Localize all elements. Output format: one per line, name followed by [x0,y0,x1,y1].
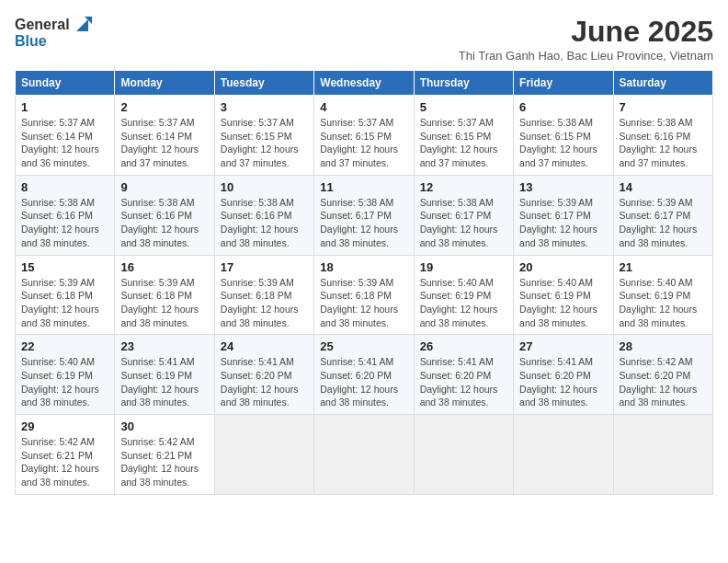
day-number: 20 [519,260,607,274]
calendar-cell: 13 Sunrise: 5:39 AMSunset: 6:17 PMDaylig… [514,175,613,255]
day-number: 15 [21,260,108,274]
calendar-cell: 24 Sunrise: 5:41 AMSunset: 6:20 PMDaylig… [214,335,313,415]
day-info: Sunrise: 5:38 AMSunset: 6:16 PMDaylight:… [221,197,299,248]
month-title: June 2025 [459,15,713,49]
day-number: 10 [221,180,308,194]
calendar-cell: 5 Sunrise: 5:37 AMSunset: 6:15 PMDayligh… [414,96,513,176]
day-info: Sunrise: 5:40 AMSunset: 6:19 PMDaylight:… [620,277,698,328]
day-info: Sunrise: 5:42 AMSunset: 6:21 PMDaylight:… [21,436,99,488]
subtitle: Thi Tran Ganh Hao, Bac Lieu Province, Vi… [459,49,713,63]
svg-marker-0 [76,19,88,31]
day-number: 28 [620,339,707,353]
logo: General Blue [15,15,92,50]
day-number: 25 [320,339,407,353]
day-number: 21 [620,260,707,274]
calendar-cell: 27 Sunrise: 5:41 AMSunset: 6:20 PMDaylig… [514,335,613,415]
day-info: Sunrise: 5:42 AMSunset: 6:20 PMDaylight:… [620,356,698,408]
day-info: Sunrise: 5:39 AMSunset: 6:17 PMDaylight:… [519,197,597,248]
day-number: 22 [21,339,108,353]
logo-blue: Blue [15,33,92,50]
col-wednesday: Wednesday [314,71,414,96]
day-info: Sunrise: 5:41 AMSunset: 6:20 PMDaylight:… [221,356,299,408]
day-info: Sunrise: 5:37 AMSunset: 6:15 PMDaylight:… [320,117,398,168]
day-info: Sunrise: 5:40 AMSunset: 6:19 PMDaylight:… [21,356,99,408]
day-info: Sunrise: 5:38 AMSunset: 6:16 PMDaylight:… [21,197,99,248]
day-info: Sunrise: 5:38 AMSunset: 6:16 PMDaylight:… [620,117,698,168]
col-sunday: Sunday [16,71,115,96]
day-info: Sunrise: 5:38 AMSunset: 6:17 PMDaylight:… [320,197,398,248]
col-saturday: Saturday [613,71,712,96]
day-number: 14 [620,180,707,194]
day-info: Sunrise: 5:37 AMSunset: 6:15 PMDaylight:… [221,117,299,168]
day-number: 26 [420,339,507,353]
day-info: Sunrise: 5:37 AMSunset: 6:14 PMDaylight:… [120,117,199,168]
calendar-cell: 19 Sunrise: 5:40 AMSunset: 6:19 PMDaylig… [414,255,513,335]
day-info: Sunrise: 5:39 AMSunset: 6:18 PMDaylight:… [120,277,199,328]
calendar-cell: 9 Sunrise: 5:38 AMSunset: 6:16 PMDayligh… [115,175,214,255]
calendar-cell: 25 Sunrise: 5:41 AMSunset: 6:20 PMDaylig… [314,335,414,415]
calendar-cell: 20 Sunrise: 5:40 AMSunset: 6:19 PMDaylig… [514,255,613,335]
day-number: 19 [420,260,507,274]
calendar-cell: 6 Sunrise: 5:38 AMSunset: 6:15 PMDayligh… [514,96,613,176]
calendar-week-row: 15 Sunrise: 5:39 AMSunset: 6:18 PMDaylig… [16,255,713,335]
day-number: 11 [320,180,407,194]
calendar-cell: 3 Sunrise: 5:37 AMSunset: 6:15 PMDayligh… [214,96,313,176]
calendar-cell: 12 Sunrise: 5:38 AMSunset: 6:17 PMDaylig… [414,175,513,255]
col-monday: Monday [115,71,214,96]
col-thursday: Thursday [414,71,513,96]
col-tuesday: Tuesday [214,71,313,96]
day-info: Sunrise: 5:39 AMSunset: 6:18 PMDaylight:… [320,277,398,328]
day-info: Sunrise: 5:38 AMSunset: 6:15 PMDaylight:… [519,117,597,168]
day-info: Sunrise: 5:41 AMSunset: 6:20 PMDaylight:… [519,356,597,408]
calendar-cell: 26 Sunrise: 5:41 AMSunset: 6:20 PMDaylig… [414,335,513,415]
day-number: 16 [120,260,208,274]
calendar-cell [414,415,513,495]
day-info: Sunrise: 5:37 AMSunset: 6:14 PMDaylight:… [21,117,99,168]
day-number: 17 [221,260,308,274]
calendar-cell: 11 Sunrise: 5:38 AMSunset: 6:17 PMDaylig… [314,175,414,255]
calendar-header-row: Sunday Monday Tuesday Wednesday Thursday… [16,71,713,96]
calendar-cell: 4 Sunrise: 5:37 AMSunset: 6:15 PMDayligh… [314,96,414,176]
calendar-cell [613,415,712,495]
calendar-cell: 14 Sunrise: 5:39 AMSunset: 6:17 PMDaylig… [613,175,712,255]
calendar-week-row: 1 Sunrise: 5:37 AMSunset: 6:14 PMDayligh… [16,96,713,176]
col-friday: Friday [514,71,613,96]
day-number: 6 [519,100,607,114]
day-info: Sunrise: 5:40 AMSunset: 6:19 PMDaylight:… [420,277,498,328]
calendar-cell: 28 Sunrise: 5:42 AMSunset: 6:20 PMDaylig… [613,335,712,415]
calendar-cell [314,415,414,495]
calendar-cell: 15 Sunrise: 5:39 AMSunset: 6:18 PMDaylig… [16,255,115,335]
day-info: Sunrise: 5:37 AMSunset: 6:15 PMDaylight:… [420,117,498,168]
day-number: 3 [221,100,308,114]
calendar-cell: 30 Sunrise: 5:42 AMSunset: 6:21 PMDaylig… [115,415,214,495]
logo-general: General [15,17,70,33]
calendar-week-row: 22 Sunrise: 5:40 AMSunset: 6:19 PMDaylig… [16,335,713,415]
day-number: 23 [120,339,208,353]
day-number: 29 [21,419,108,433]
calendar-week-row: 8 Sunrise: 5:38 AMSunset: 6:16 PMDayligh… [16,175,713,255]
calendar-cell [514,415,613,495]
day-number: 4 [320,100,407,114]
day-number: 13 [519,180,607,194]
calendar-cell: 23 Sunrise: 5:41 AMSunset: 6:19 PMDaylig… [115,335,214,415]
calendar-cell: 18 Sunrise: 5:39 AMSunset: 6:18 PMDaylig… [314,255,414,335]
day-info: Sunrise: 5:40 AMSunset: 6:19 PMDaylight:… [519,277,597,328]
header: General Blue June 2025 Thi Tran Ganh Hao… [15,15,713,63]
day-number: 12 [420,180,507,194]
day-info: Sunrise: 5:39 AMSunset: 6:17 PMDaylight:… [620,197,698,248]
calendar-cell: 10 Sunrise: 5:38 AMSunset: 6:16 PMDaylig… [214,175,313,255]
calendar-cell: 7 Sunrise: 5:38 AMSunset: 6:16 PMDayligh… [613,96,712,176]
calendar-cell: 22 Sunrise: 5:40 AMSunset: 6:19 PMDaylig… [16,335,115,415]
calendar-cell: 17 Sunrise: 5:39 AMSunset: 6:18 PMDaylig… [214,255,313,335]
day-info: Sunrise: 5:39 AMSunset: 6:18 PMDaylight:… [221,277,299,328]
title-area: June 2025 Thi Tran Ganh Hao, Bac Lieu Pr… [459,15,713,63]
calendar-cell: 29 Sunrise: 5:42 AMSunset: 6:21 PMDaylig… [16,415,115,495]
calendar-cell: 1 Sunrise: 5:37 AMSunset: 6:14 PMDayligh… [16,96,115,176]
day-info: Sunrise: 5:41 AMSunset: 6:19 PMDaylight:… [120,356,199,408]
day-info: Sunrise: 5:41 AMSunset: 6:20 PMDaylight:… [320,356,398,408]
calendar-cell: 2 Sunrise: 5:37 AMSunset: 6:14 PMDayligh… [115,96,214,176]
day-number: 18 [320,260,407,274]
day-number: 5 [420,100,507,114]
day-info: Sunrise: 5:39 AMSunset: 6:18 PMDaylight:… [21,277,99,328]
calendar-cell: 21 Sunrise: 5:40 AMSunset: 6:19 PMDaylig… [613,255,712,335]
